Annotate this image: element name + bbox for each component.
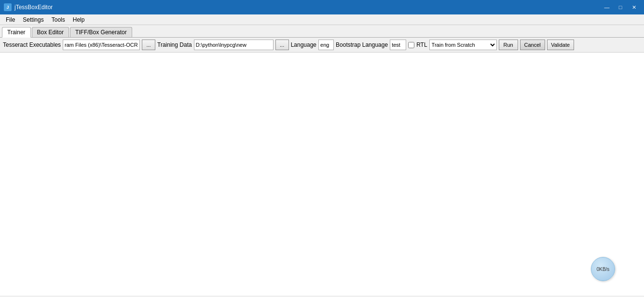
- title-bar: J jTessBoxEditor — □ ✕: [0, 0, 644, 14]
- run-button[interactable]: Run: [499, 40, 518, 50]
- app-icon: J: [4, 3, 12, 11]
- speed-indicator: 0KB/s: [591, 257, 615, 281]
- menu-help[interactable]: Help: [69, 15, 89, 24]
- cancel-button[interactable]: Cancel: [520, 40, 545, 50]
- rtl-checkbox[interactable]: [408, 42, 414, 48]
- validate-button[interactable]: Validate: [547, 40, 574, 50]
- main-content: 0KB/s: [0, 53, 644, 296]
- training-data-input[interactable]: [194, 40, 274, 50]
- bootstrap-language-label: Bootstrap Language: [336, 41, 388, 48]
- tab-box-editor[interactable]: Box Editor: [32, 27, 69, 37]
- speed-value: 0KB/s: [597, 267, 610, 272]
- tab-bar: Trainer Box Editor TIFF/Box Generator: [0, 25, 644, 38]
- tesseract-path-input[interactable]: [63, 40, 140, 50]
- menu-tools[interactable]: Tools: [48, 15, 69, 24]
- browse-training-button[interactable]: ...: [275, 40, 289, 50]
- menu-bar: File Settings Tools Help: [0, 14, 644, 25]
- menu-settings[interactable]: Settings: [19, 15, 47, 24]
- train-from-select[interactable]: Train from Scratch: [429, 40, 497, 50]
- maximize-button[interactable]: □: [614, 2, 627, 12]
- minimize-button[interactable]: —: [601, 2, 613, 12]
- toolbar: Tesseract Executables ... Training Data …: [0, 38, 644, 53]
- bootstrap-language-input[interactable]: [390, 40, 406, 50]
- title-bar-left: J jTessBoxEditor: [4, 3, 53, 11]
- menu-file[interactable]: File: [2, 15, 19, 24]
- rtl-label: RTL: [416, 41, 427, 48]
- tab-trainer[interactable]: Trainer: [2, 27, 31, 38]
- close-button[interactable]: ✕: [628, 2, 640, 12]
- tab-tiff-box-generator[interactable]: TIFF/Box Generator: [70, 27, 132, 37]
- language-label: Language: [291, 41, 316, 48]
- window-controls: — □ ✕: [601, 2, 640, 12]
- app-title: jTessBoxEditor: [14, 4, 53, 11]
- training-data-label: Training Data: [157, 41, 192, 48]
- tesseract-executables-label: Tesseract Executables: [3, 41, 61, 48]
- language-input[interactable]: [318, 40, 334, 50]
- browse-tesseract-button[interactable]: ...: [142, 40, 155, 50]
